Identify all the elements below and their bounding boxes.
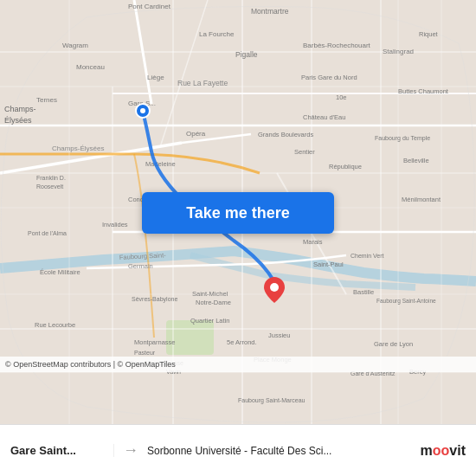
svg-text:Élysées: Élysées <box>4 116 32 125</box>
svg-text:Champs-: Champs- <box>4 105 36 113</box>
svg-text:Liège: Liège <box>147 74 164 81</box>
svg-text:10e: 10e <box>336 93 347 101</box>
svg-text:Pigalle: Pigalle <box>235 50 258 59</box>
svg-text:Paris Gare du Nord: Paris Gare du Nord <box>301 74 357 81</box>
svg-text:Barbès-Rochechouart: Barbès-Rochechouart <box>303 42 371 49</box>
moovit-logo: moovit <box>421 443 466 459</box>
svg-text:Gare de Lyon: Gare de Lyon <box>374 340 413 348</box>
app-container: Rue La Fayette Rue de Rivoli Champs-Élys… <box>0 0 476 476</box>
svg-text:Madeleine: Madeleine <box>145 160 176 168</box>
take-me-there-button[interactable]: Take me there <box>142 192 334 234</box>
svg-text:Faubourg Saint-Marceau: Faubourg Saint-Marceau <box>238 397 306 404</box>
svg-text:La Fourche: La Fourche <box>199 30 235 38</box>
svg-text:Sentier: Sentier <box>294 148 315 156</box>
svg-text:Pasteur: Pasteur <box>134 350 156 356</box>
svg-text:5e Arrond.: 5e Arrond. <box>227 338 257 346</box>
svg-text:Rue Lecourbe: Rue Lecourbe <box>35 321 75 329</box>
svg-text:Monceau: Monceau <box>76 63 105 71</box>
svg-text:Saint-Paul: Saint-Paul <box>313 261 344 268</box>
svg-point-84 <box>140 108 145 113</box>
svg-text:Champs-Élysées: Champs-Élysées <box>52 145 104 152</box>
destination-pin <box>264 277 285 303</box>
svg-text:Roosevelt: Roosevelt <box>36 183 63 190</box>
svg-text:Stalingrad: Stalingrad <box>383 48 414 55</box>
svg-text:Opéra: Opéra <box>186 130 206 138</box>
copyright-text: © OpenStreetMap contributors | © OpenMap… <box>5 360 176 369</box>
svg-text:Riquet: Riquet <box>419 30 439 38</box>
svg-text:Montmartre: Montmartre <box>251 7 289 16</box>
svg-text:Jussieu: Jussieu <box>268 331 290 339</box>
svg-text:Faubourg du Temple: Faubourg du Temple <box>375 135 430 142</box>
svg-text:Chemin Vert: Chemin Vert <box>351 253 384 259</box>
svg-text:Saint-Michel: Saint-Michel <box>192 290 228 298</box>
svg-text:Invalides: Invalides <box>102 221 128 228</box>
svg-text:Buttes Chaumont: Buttes Chaumont <box>398 87 449 95</box>
svg-text:République: République <box>329 163 362 170</box>
svg-text:Grands Boulevards: Grands Boulevards <box>258 131 313 138</box>
svg-text:Notre-Dame: Notre-Dame <box>196 299 231 306</box>
svg-text:Marais: Marais <box>303 238 323 246</box>
svg-text:École Militaire: École Militaire <box>40 268 80 276</box>
destination-info: Sorbonne Université - Faculté Des Sci... <box>147 445 421 457</box>
svg-text:Montparnasse: Montparnasse <box>134 338 176 346</box>
svg-text:Bastille: Bastille <box>353 288 374 296</box>
svg-text:Faubourg Saint-Antoine: Faubourg Saint-Antoine <box>376 298 436 305</box>
svg-text:Pont de l'Alma: Pont de l'Alma <box>28 230 67 236</box>
origin-info: Gare Saint... <box>10 444 114 457</box>
svg-point-85 <box>270 283 279 292</box>
copyright-bar: © OpenStreetMap contributors | © OpenMap… <box>0 357 476 372</box>
svg-text:Wagram: Wagram <box>62 42 88 49</box>
svg-text:Sèvres-Babylone: Sèvres-Babylone <box>132 296 177 303</box>
arrow-icon: → <box>114 441 147 460</box>
bottom-bar: Gare Saint... → Sorbonne Université - Fa… <box>0 424 476 476</box>
destination-station: Sorbonne Université - Faculté Des Sci... <box>147 445 421 457</box>
svg-text:Belleville: Belleville <box>403 157 429 164</box>
map-area: Rue La Fayette Rue de Rivoli Champs-Élys… <box>0 0 476 424</box>
svg-text:Franklin D.: Franklin D. <box>36 175 66 181</box>
svg-text:Pont Cardinet: Pont Cardinet <box>128 3 171 10</box>
svg-text:Château d'Eau: Château d'Eau <box>303 113 345 121</box>
svg-text:Ternes: Ternes <box>36 96 57 104</box>
svg-text:Rue La Fayette: Rue La Fayette <box>177 79 228 87</box>
moovit-brand-text: moovit <box>421 443 466 459</box>
svg-text:Ménilmontant: Ménilmontant <box>402 196 441 203</box>
svg-text:Quartier Latin: Quartier Latin <box>190 317 229 325</box>
svg-text:Germain: Germain <box>128 262 153 270</box>
origin-station: Gare Saint... <box>10 444 103 457</box>
